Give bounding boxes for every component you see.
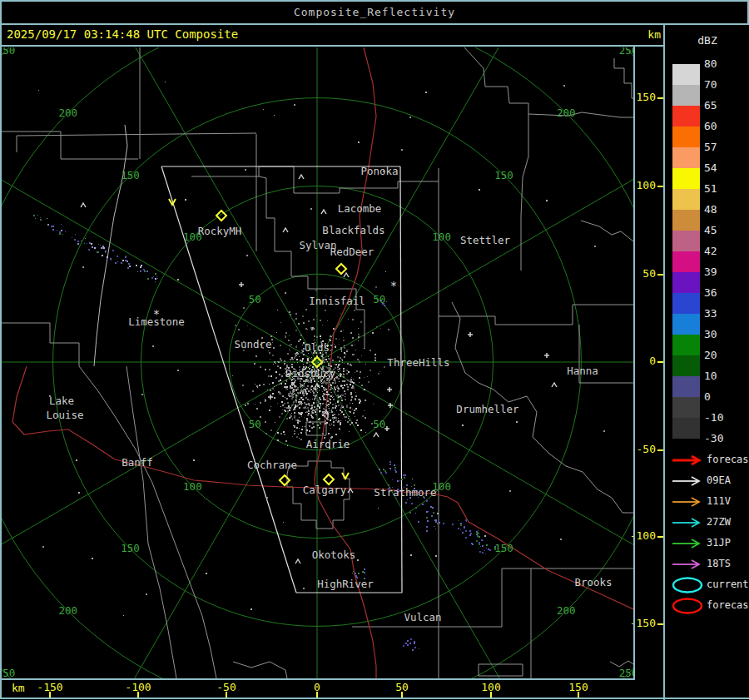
echo-pixel (353, 571, 354, 572)
city-label: RedDeer (330, 246, 374, 258)
echo-pixel (274, 397, 275, 399)
echo-pixel (379, 371, 380, 372)
plus-marker-icon (468, 332, 473, 337)
echo-pixel (328, 433, 330, 434)
echo-pixel (272, 393, 274, 395)
echo-pixel (277, 432, 279, 434)
county-border (439, 305, 633, 325)
echo-pixel (297, 362, 298, 363)
city-label: Strathmore (374, 486, 436, 499)
echo-pixel (320, 423, 321, 424)
echo-pixel (265, 401, 265, 402)
echo-pixel (278, 361, 280, 363)
echo-pixel (320, 403, 321, 405)
echo-pixel (280, 367, 281, 369)
echo-pixel (333, 421, 335, 423)
echo-pixel (343, 373, 344, 374)
echo-pixel (286, 418, 288, 420)
echo-pixel (347, 363, 349, 365)
echo-pixel (302, 390, 304, 392)
echo-pixel (306, 395, 307, 395)
echo-pixel (126, 256, 126, 256)
echo-pixel (146, 593, 147, 595)
echo-pixel (340, 347, 342, 349)
range-ring-label: 50 (249, 293, 261, 305)
echo-pixel (335, 346, 336, 348)
echo-pixel (285, 380, 287, 381)
echo-pixel (418, 521, 419, 523)
echo-pixel (289, 311, 290, 313)
echo-pixel (294, 417, 295, 419)
echo-pixel (329, 408, 330, 409)
echo-pixel (281, 375, 283, 377)
echo-pixel (295, 318, 297, 320)
echo-pixel (295, 346, 297, 348)
echo-pixel (290, 407, 291, 409)
echo-pixel (307, 415, 309, 416)
legend-item-label: 09EA (707, 474, 748, 486)
echo-pixel (325, 423, 326, 424)
dbz-color-swatch (672, 251, 700, 272)
echo-pixel (364, 410, 365, 411)
echo-pixel (313, 319, 315, 320)
bottom-axis-tick (490, 692, 492, 698)
range-ring-label: 200 (557, 107, 576, 119)
dbz-color-swatch (672, 272, 700, 293)
echo-pixel (255, 355, 257, 357)
echo-pixel (353, 382, 355, 384)
echo-pixel (488, 549, 489, 550)
echo-pixel (322, 415, 324, 416)
city-label: Innisfail (309, 295, 365, 307)
echo-pixel (306, 380, 308, 382)
echo-pixel (432, 507, 434, 509)
echo-pixel (291, 393, 293, 395)
boundary-line (94, 125, 127, 366)
echo-pixel (300, 380, 301, 382)
echo-pixel (324, 359, 325, 360)
echo-pixel (274, 361, 275, 363)
echo-pixel (478, 530, 479, 531)
echo-pixel (265, 433, 267, 434)
dbz-scale-label: 70 (704, 78, 737, 91)
echo-pixel (296, 436, 298, 438)
echo-pixel (308, 410, 310, 412)
echo-pixel (337, 401, 339, 403)
echo-pixel (288, 340, 290, 341)
summit-caret-icon (348, 489, 353, 493)
range-ring-label: 50 (373, 293, 385, 305)
echo-pixel (439, 522, 440, 524)
echo-pixel (318, 362, 319, 363)
echo-pixel (428, 511, 429, 512)
echo-pixel (266, 497, 268, 499)
echo-pixel (344, 345, 345, 346)
echo-pixel (322, 411, 324, 413)
echo-pixel (434, 519, 436, 521)
echo-pixel (482, 552, 484, 554)
echo-pixel (47, 218, 47, 219)
echo-pixel (301, 360, 303, 362)
echo-pixel (476, 534, 478, 535)
echo-pixel (277, 439, 279, 441)
echo-pixel (310, 420, 310, 421)
echo-pixel (355, 345, 355, 345)
echo-pixel (305, 404, 307, 405)
echo-pixel (360, 429, 362, 431)
echo-pixel (329, 358, 330, 360)
range-ring-label: 150 (494, 169, 513, 181)
echo-pixel (259, 385, 260, 386)
echo-pixel (290, 344, 292, 345)
echo-pixel (341, 350, 342, 351)
dbz-scale-label: 39 (704, 266, 737, 278)
range-spoke (91, 362, 318, 678)
echo-pixel (331, 336, 332, 337)
summit-caret-icon (283, 228, 288, 232)
echo-pixel (292, 396, 294, 398)
echo-pixel (308, 410, 309, 410)
echo-pixel (357, 424, 359, 426)
echo-pixel (126, 261, 128, 262)
echo-pixel (343, 370, 345, 372)
echo-pixel (329, 398, 330, 399)
plus-marker-icon (239, 282, 244, 287)
echo-pixel (379, 469, 380, 470)
echo-pixel (346, 384, 348, 385)
